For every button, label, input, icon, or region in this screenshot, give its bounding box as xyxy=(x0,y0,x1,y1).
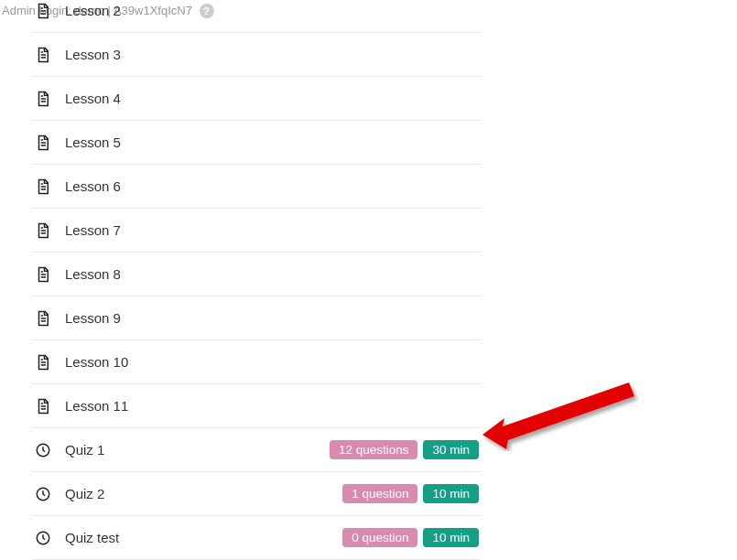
annotation-arrow xyxy=(482,378,647,455)
document-icon xyxy=(32,222,54,239)
list-item[interactable]: Lesson 3 xyxy=(32,33,481,77)
item-label: Lesson 5 xyxy=(65,135,481,150)
document-icon xyxy=(32,178,54,195)
item-label: Quiz test xyxy=(65,530,342,545)
item-label: Quiz 2 xyxy=(65,486,342,501)
list-item[interactable]: Quiz 1 12 questions 30 min xyxy=(32,428,481,472)
item-label: Quiz 1 xyxy=(65,442,330,458)
document-icon xyxy=(32,266,54,283)
list-item[interactable]: Lesson 11 xyxy=(32,384,481,428)
quiz-badges: 1 question 10 min xyxy=(342,484,481,503)
clock-icon xyxy=(32,442,54,458)
list-item[interactable]: Lesson 5 xyxy=(32,121,481,165)
quiz-badges: 0 question 10 min xyxy=(342,528,481,547)
list-item[interactable]: Lesson 2 xyxy=(32,0,481,33)
list-item[interactable]: Lesson 4 xyxy=(32,77,481,121)
list-item[interactable]: Lesson 9 xyxy=(32,296,481,340)
clock-icon xyxy=(32,486,54,502)
document-icon xyxy=(32,135,54,151)
document-icon xyxy=(32,310,54,327)
list-item[interactable]: Quiz test 0 question 10 min xyxy=(32,516,481,560)
item-label: Lesson 6 xyxy=(65,178,481,194)
document-icon xyxy=(32,91,54,107)
questions-badge: 0 question xyxy=(342,528,417,547)
curriculum-list: Lesson 2 Lesson 3 Lesson 4 Lesson 5 Less… xyxy=(32,0,481,560)
duration-badge: 30 min xyxy=(423,440,479,459)
item-label: Lesson 4 xyxy=(65,91,481,106)
list-item[interactable]: Lesson 7 xyxy=(32,209,481,253)
quiz-badges: 12 questions 30 min xyxy=(330,440,481,459)
item-label: Lesson 3 xyxy=(65,47,481,62)
clock-icon xyxy=(32,530,54,546)
list-item[interactable]: Lesson 8 xyxy=(32,253,481,296)
duration-badge: 10 min xyxy=(423,528,479,547)
item-label: Lesson 10 xyxy=(65,354,481,370)
document-icon xyxy=(32,3,54,19)
questions-badge: 1 question xyxy=(342,484,417,503)
list-item[interactable]: Quiz 2 1 question 10 min xyxy=(32,472,481,516)
document-icon xyxy=(32,354,54,371)
document-icon xyxy=(32,398,54,415)
duration-badge: 10 min xyxy=(423,484,479,503)
item-label: Lesson 11 xyxy=(65,398,481,414)
questions-badge: 12 questions xyxy=(330,440,418,459)
document-icon xyxy=(32,47,54,63)
svg-marker-3 xyxy=(482,382,634,449)
item-label: Lesson 9 xyxy=(65,310,481,326)
list-item[interactable]: Lesson 6 xyxy=(32,165,481,209)
item-label: Lesson 2 xyxy=(65,3,481,18)
item-label: Lesson 7 xyxy=(65,222,481,238)
list-item[interactable]: Lesson 10 xyxy=(32,340,481,384)
item-label: Lesson 8 xyxy=(65,266,481,282)
